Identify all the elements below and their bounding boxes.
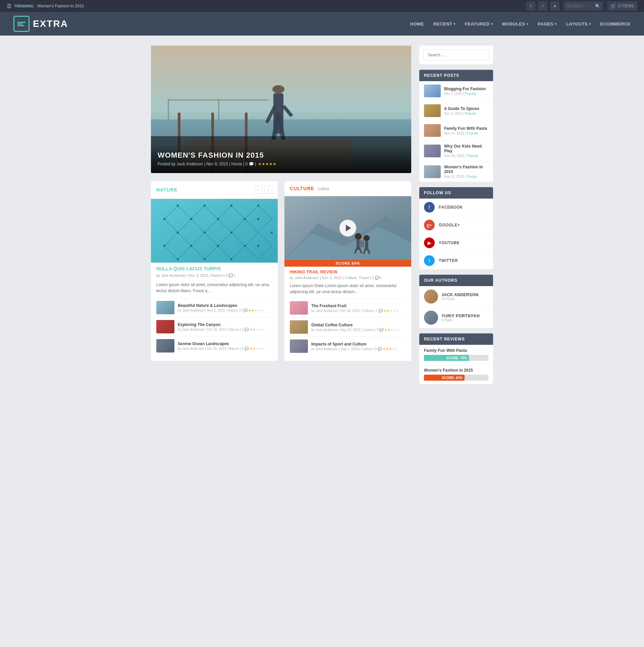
culture-header-group: CULTURE Latest (290, 186, 329, 191)
nature-list-content-3: Serene Ocean Landscapes by Jack Anderson… (178, 341, 272, 351)
search-icon: 🔍 (595, 4, 600, 9)
author-item: JACK ANDERSON 24 Posts (419, 286, 493, 307)
logo-icon (13, 16, 30, 32)
nature-prev-arrow[interactable]: ‹ (254, 186, 262, 194)
recent-post-title-1[interactable]: Blogging For Fashion (444, 87, 488, 91)
nav-pages[interactable]: PAGES ▾ (538, 21, 557, 26)
review-bar-fill-1: SCORE: 70% (424, 355, 469, 361)
follow-twitter[interactable]: t TWITTER (419, 252, 493, 269)
nature-list-meta-3: by Jack Anderson | Oct 16, 2015 | Nature… (178, 347, 272, 351)
author-name-1[interactable]: JACK ANDERSON (441, 292, 479, 297)
recent-post-thumb-1 (424, 85, 441, 97)
nav-recent[interactable]: RECENT ▾ (433, 21, 455, 26)
list-item: Impacts of Sport and Culture by Jack And… (290, 336, 406, 356)
youtube-label: YOUTUBE (439, 240, 460, 245)
svg-point-38 (177, 258, 179, 260)
recent-post-title-4[interactable]: Why Our Kids Need Play (444, 144, 488, 153)
follow-googleplus[interactable]: g+ GOOGLE+ (419, 216, 493, 234)
recent-post-item: Women's Fashion In 2015 Nov 11, 2015 | D… (419, 161, 493, 182)
culture-list-title-1[interactable]: The Freshest Fruit (311, 304, 406, 308)
culture-list-content-1: The Freshest Fruit by Jack Anderson | Oc… (311, 304, 406, 313)
top-search-bar[interactable]: 🔍 (564, 1, 603, 11)
culture-list-title-2[interactable]: Global Coffee Culture (311, 323, 406, 327)
authors-header: OUR AUTHORS (419, 275, 493, 286)
culture-list-content-3: Impacts of Sport and Culture by Jack And… (311, 342, 406, 351)
twitter-label: TWITTER (439, 258, 458, 263)
nature-featured-image (151, 199, 278, 263)
author-name-2[interactable]: YURIY PORTNYKH (441, 314, 480, 318)
twitter-icon: t (424, 255, 435, 266)
culture-subtitle: Latest (318, 186, 329, 191)
cart-icon: 🛒 (610, 3, 616, 9)
recent-post-badge-4: Popular (467, 154, 478, 158)
play-triangle-icon (346, 225, 351, 231)
nature-section-header: NATURE ‹ › (151, 181, 278, 199)
instagram-topbar-icon[interactable]: ● (550, 1, 559, 11)
culture-list-title-3[interactable]: Impacts of Sport and Culture (311, 342, 406, 346)
svg-point-33 (217, 218, 219, 220)
main-content: WOMEN'S FASHION IN 2015 Posted by Jack A… (144, 46, 500, 389)
recent-post-info-3: Family Fun With Pasta Nov 24, 2015 | Pop… (444, 126, 488, 135)
recent-post-meta-3: Nov 24, 2015 | Popular (444, 131, 488, 135)
recent-post-thumb-3 (424, 124, 441, 137)
cart-label: 0 ITEMS (618, 4, 634, 8)
social-icons: f t ● (526, 1, 559, 11)
review-title-1[interactable]: Family Fun With Pasta (424, 348, 488, 353)
svg-rect-0 (17, 22, 25, 23)
facebook-topbar-icon[interactable]: f (526, 1, 535, 11)
nav-modules[interactable]: MODULES ▾ (502, 21, 528, 26)
recent-post-meta-1: Dec 2, 2015 | Popular (444, 92, 488, 96)
twitter-topbar-icon[interactable]: t (538, 1, 547, 11)
cart-button[interactable]: 🛒 0 ITEMS (607, 1, 637, 11)
review-title-2[interactable]: Women's Fashion In 2015 (424, 368, 488, 373)
nature-list-title-2[interactable]: Exploring The Canyon (178, 322, 272, 327)
author-info-1: JACK ANDERSON 24 Posts (441, 292, 479, 301)
nav-ecommerce[interactable]: ECOMMERCE (600, 21, 631, 26)
list-item: Global Coffee Culture by Jack Anderson |… (290, 317, 406, 336)
layouts-arrow: ▾ (589, 22, 591, 26)
logo[interactable]: EXTRA (13, 16, 68, 32)
svg-point-28 (177, 205, 179, 207)
nature-featured-title[interactable]: NULLA QUIS LACUS TURPIS (151, 263, 278, 273)
recent-post-item: Blogging For Fashion Dec 2, 2015 | Popul… (419, 81, 493, 101)
featured-arrow: ▾ (491, 22, 493, 26)
author-posts-2: 0 Posts (441, 318, 480, 322)
nav-home[interactable]: HOME (410, 21, 424, 26)
svg-point-44 (244, 245, 246, 247)
follow-facebook[interactable]: f FACEBOOK (419, 199, 493, 216)
modules-arrow: ▾ (527, 22, 529, 26)
reviews-section: RECENT REVIEWS Family Fun With Pasta SCO… (419, 333, 493, 384)
recent-post-meta-5: Nov 11, 2015 | Design (444, 175, 488, 178)
author-item: YURIY PORTNYKH 0 Posts (419, 307, 493, 328)
sidebar-search-input[interactable] (423, 50, 489, 60)
culture-score-bar: SCORE 60% (284, 260, 411, 267)
hero-title: WOMEN'S FASHION IN 2015 (158, 151, 405, 160)
culture-title: CULTURE (290, 186, 314, 191)
recent-arrow: ▾ (453, 22, 455, 26)
nav-layouts[interactable]: LAYOUTS ▾ (566, 21, 591, 26)
recent-post-title-3[interactable]: Family Fun With Pasta (444, 126, 488, 131)
trending-label: TRENDING: (14, 4, 35, 8)
culture-featured-title[interactable]: HIKING TRAIL REVIEW (284, 267, 411, 275)
play-button[interactable] (284, 196, 411, 260)
nature-next-arrow[interactable]: › (264, 186, 272, 194)
nav-featured[interactable]: FEATURED ▾ (465, 21, 493, 26)
authors-section: OUR AUTHORS JACK ANDERSON 24 Posts YURIY… (419, 275, 493, 328)
follow-youtube[interactable]: ▶ YOUTUBE (419, 234, 493, 252)
author-posts-1: 24 Posts (441, 297, 479, 301)
svg-point-29 (190, 218, 192, 220)
recent-post-title-2[interactable]: A Guide To Spices (444, 106, 488, 111)
top-search-input[interactable] (566, 4, 593, 8)
nature-list-thumb-3 (156, 339, 174, 353)
culture-list-meta-2: by Jack Anderson | Sep 20, 2015 | Cultur… (311, 328, 406, 332)
nature-featured-meta: by Jack Anderson | Nov 3, 2015 | Nature … (151, 273, 278, 280)
top-bar-left: ☰ TRENDING: Women's Fashion In 2015 (7, 3, 84, 9)
menu-icon[interactable]: ☰ (7, 3, 11, 9)
recent-post-title-5[interactable]: Women's Fashion In 2015 (444, 165, 488, 174)
nature-list-thumb-2 (156, 320, 174, 333)
author-info-2: YURIY PORTNYKH 0 Posts (441, 314, 480, 322)
nature-list-title-3[interactable]: Serene Ocean Landscapes (178, 341, 272, 346)
recent-post-info-1: Blogging For Fashion Dec 2, 2015 | Popul… (444, 87, 488, 96)
nature-list-title-1[interactable]: Beautiful Nature & Landscapes (178, 303, 272, 308)
culture-list: The Freshest Fruit by Jack Anderson | Oc… (284, 298, 411, 361)
